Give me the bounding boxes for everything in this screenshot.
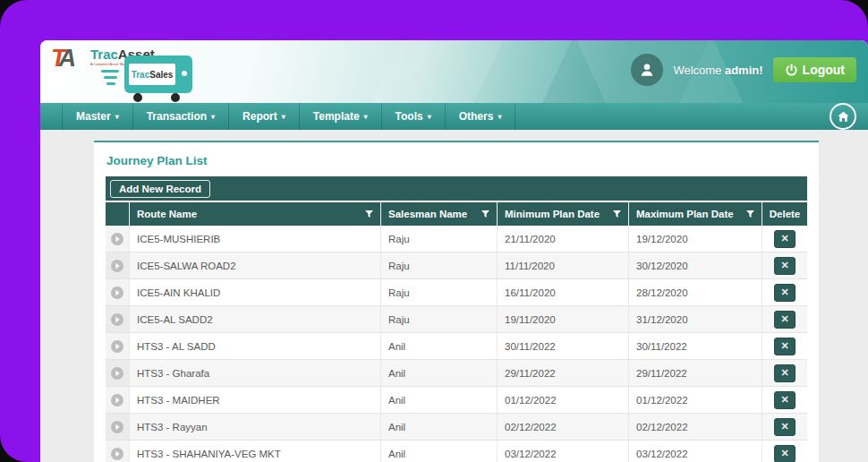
column-header-label: Route Name xyxy=(137,209,197,219)
funnel-filter-icon[interactable] xyxy=(481,210,489,218)
cell-max_date: 02/12/2022 xyxy=(629,414,762,440)
cell-route: HTS3 - AL SADD xyxy=(130,333,381,359)
expander-cell xyxy=(106,306,130,332)
table-header-row: Route NameSalesman NameMinimum Plan Date… xyxy=(106,202,807,226)
expander-cell xyxy=(106,441,130,462)
column-header-salesman-name: Salesman Name xyxy=(381,202,498,226)
cell-max_date: 29/11/2022 xyxy=(629,360,762,386)
row-expander-button[interactable] xyxy=(111,448,123,460)
cell-route: ICE5-SALWA ROAD2 xyxy=(130,252,381,278)
funnel-filter-icon[interactable] xyxy=(365,210,373,218)
cell-delete: ✕ xyxy=(762,360,807,386)
app-logo[interactable]: TA TracAsset A Complete Asset Management… xyxy=(51,43,230,102)
funnel-filter-icon[interactable] xyxy=(746,210,754,218)
cell-min_date: 21/11/2020 xyxy=(498,226,629,252)
delete-row-button[interactable]: ✕ xyxy=(774,418,796,436)
table-row: HTS3 - GharafaAnil29/11/202229/11/2022✕ xyxy=(106,360,807,387)
row-expander-button[interactable] xyxy=(111,340,123,353)
expander-cell xyxy=(106,252,130,278)
cell-route: HTS3 - SHAHANIYA-VEG MKT xyxy=(130,441,381,462)
content-panel: Journey Plan List Add New Record Route N… xyxy=(94,141,819,462)
table-row: HTS3 - AL SADDAnil30/11/202230/11/2022✕ xyxy=(106,333,807,360)
row-expander-button[interactable] xyxy=(111,260,123,272)
delete-row-button[interactable]: ✕ xyxy=(774,364,796,382)
nav-item-label: Others xyxy=(459,110,494,123)
home-button[interactable] xyxy=(830,103,856,130)
nav-item-report[interactable]: Report▾ xyxy=(229,103,300,130)
app-window: TA TracAsset A Complete Asset Management… xyxy=(40,40,868,462)
cell-route: HTS3 - MAIDHER xyxy=(130,387,381,413)
delete-row-button[interactable]: ✕ xyxy=(774,338,796,355)
cell-max_date: 19/12/2020 xyxy=(629,226,762,252)
expander-cell xyxy=(106,387,130,413)
column-header-label: Maximum Plan Date xyxy=(636,209,734,219)
cell-delete: ✕ xyxy=(762,333,807,359)
delete-row-button[interactable]: ✕ xyxy=(774,257,796,275)
app-header-banner: TA TracAsset A Complete Asset Management… xyxy=(40,40,868,103)
page-title: Journey Plan List xyxy=(94,142,819,176)
row-expander-button[interactable] xyxy=(111,313,123,326)
delete-row-button[interactable]: ✕ xyxy=(774,311,796,329)
nav-item-template[interactable]: Template▾ xyxy=(300,103,382,130)
column-header-label: Minimum Plan Date xyxy=(505,209,600,219)
cell-min_date: 01/12/2022 xyxy=(498,387,629,413)
delete-row-button[interactable]: ✕ xyxy=(774,445,796,462)
chevron-down-icon: ▾ xyxy=(498,113,501,121)
row-expander-button[interactable] xyxy=(111,367,123,380)
cell-min_date: 16/11/2020 xyxy=(498,279,629,305)
delete-row-button[interactable]: ✕ xyxy=(774,391,796,409)
cell-max_date: 03/12/2022 xyxy=(629,441,762,462)
nav-item-transaction[interactable]: Transaction▾ xyxy=(133,103,229,130)
expander-cell xyxy=(106,226,130,252)
cell-min_date: 29/11/2022 xyxy=(498,360,629,386)
expander-cell xyxy=(106,414,130,440)
cell-max_date: 01/12/2022 xyxy=(629,387,762,413)
delete-row-button[interactable]: ✕ xyxy=(774,284,796,302)
cell-route: ICE5-AL SADD2 xyxy=(130,306,381,332)
cell-delete: ✕ xyxy=(762,414,807,440)
chevron-down-icon: ▾ xyxy=(428,113,431,121)
truck-body: TracSales xyxy=(124,56,192,93)
home-icon xyxy=(837,110,850,124)
expander-cell xyxy=(106,333,130,359)
row-expander-button[interactable] xyxy=(111,233,123,245)
cell-salesman: Raju xyxy=(381,252,498,278)
delivery-truck-icon: TracSales xyxy=(101,56,208,102)
cell-salesman: Anil xyxy=(381,441,498,462)
chevron-down-icon: ▾ xyxy=(211,113,215,121)
grid-toolbar: Add New Record xyxy=(106,176,807,201)
table-row: HTS3 - RayyanAnil02/12/202202/12/2022✕ xyxy=(106,414,807,441)
expander-column-header xyxy=(106,202,130,226)
add-new-record-button[interactable]: Add New Record xyxy=(110,180,210,198)
nav-item-master[interactable]: Master▾ xyxy=(62,103,133,130)
cell-max_date: 28/12/2020 xyxy=(629,279,762,305)
cell-salesman: Raju xyxy=(381,279,498,305)
cell-route: ICE5-MUSHIERIB xyxy=(130,226,381,252)
power-icon xyxy=(785,64,798,77)
logout-button[interactable]: Logout xyxy=(773,57,856,82)
expander-cell xyxy=(106,360,130,386)
cell-route: ICE5-AIN KHALID xyxy=(130,279,381,305)
column-header-minimum-plan-date: Minimum Plan Date xyxy=(498,202,629,226)
column-header-maximum-plan-date: Maximum Plan Date xyxy=(629,202,762,226)
welcome-text: Welcome admin! xyxy=(673,64,762,77)
nav-item-label: Tools xyxy=(396,110,423,123)
speed-line xyxy=(104,76,117,79)
cell-salesman: Anil xyxy=(381,333,498,359)
nav-item-others[interactable]: Others▾ xyxy=(446,103,516,130)
table-row: ICE5-AL SADD2Raju19/11/202031/12/2020✕ xyxy=(106,306,807,333)
delete-row-button[interactable]: ✕ xyxy=(774,230,796,248)
cell-route: HTS3 - Gharafa xyxy=(130,360,381,386)
cell-salesman: Raju xyxy=(381,306,498,332)
funnel-filter-icon[interactable] xyxy=(613,210,621,218)
cell-salesman: Anil xyxy=(381,414,498,440)
row-expander-button[interactable] xyxy=(111,394,123,406)
row-expander-button[interactable] xyxy=(111,421,123,433)
journey-plan-grid: Add New Record Route NameSalesman NameMi… xyxy=(106,176,807,462)
main-nav-bar: Master▾Transaction▾Report▾Template▾Tools… xyxy=(40,103,868,130)
nav-item-tools[interactable]: Tools▾ xyxy=(382,103,446,130)
cell-min_date: 02/12/2022 xyxy=(498,414,629,440)
row-expander-button[interactable] xyxy=(111,287,123,299)
chevron-down-icon: ▾ xyxy=(115,113,119,121)
cell-delete: ✕ xyxy=(762,252,807,278)
